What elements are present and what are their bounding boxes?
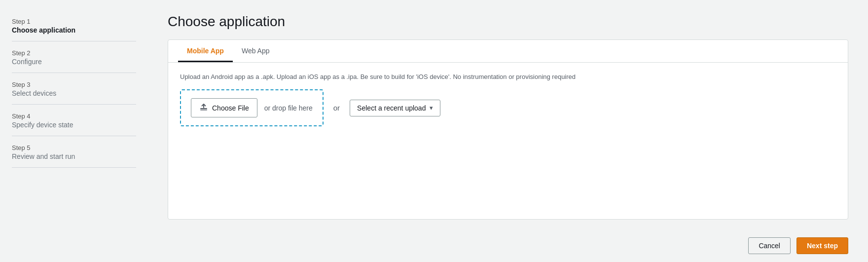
tab-web-app[interactable]: Web App [233,40,279,62]
step-number-4: Step 4 [12,112,136,120]
sidebar-step-3[interactable]: Step 3Select devices [12,73,136,105]
upload-area: Choose File or drop file here or Select … [180,89,836,126]
cancel-button[interactable]: Cancel [748,237,791,254]
sidebar: Step 1Choose applicationStep 2ConfigureS… [0,0,148,262]
next-step-button[interactable]: Next step [796,237,848,254]
step-label-5: Review and start run [12,152,136,160]
sidebar-step-2[interactable]: Step 2Configure [12,41,136,73]
step-label-1: Choose application [12,26,136,34]
footer: Cancel Next step [148,229,868,262]
tab-bar: Mobile App Web App [168,40,848,63]
content-card: Mobile App Web App Upload an Android app… [168,39,848,220]
step-label-3: Select devices [12,89,136,97]
main-content: Choose application Mobile App Web App Up… [148,0,868,229]
card-body: Upload an Android app as a .apk. Upload … [168,63,848,219]
dropdown-arrow-icon: ▾ [430,104,433,112]
or-separator: or [333,104,340,112]
step-number-2: Step 2 [12,49,136,57]
upload-description: Upload an Android app as a .apk. Upload … [180,73,836,81]
page-title: Choose application [168,14,848,30]
drop-file-text: or drop file here [264,104,313,112]
sidebar-step-4[interactable]: Step 4Specify device state [12,105,136,136]
step-number-3: Step 3 [12,81,136,88]
svg-rect-0 [200,108,207,109]
sidebar-step-5[interactable]: Step 5Review and start run [12,136,136,168]
sidebar-step-1[interactable]: Step 1Choose application [12,14,136,41]
recent-upload-dropdown[interactable]: Select a recent upload ▾ [350,100,440,116]
step-number-5: Step 5 [12,144,136,151]
drop-zone[interactable]: Choose File or drop file here [180,89,324,126]
step-label-2: Configure [12,58,136,66]
tab-mobile-app[interactable]: Mobile App [178,40,233,62]
choose-file-button[interactable]: Choose File [191,98,257,117]
step-label-4: Specify device state [12,121,136,129]
upload-icon [199,103,208,113]
choose-file-label: Choose File [212,104,249,112]
recent-upload-label: Select a recent upload [357,104,426,112]
svg-rect-2 [200,110,207,111]
step-number-1: Step 1 [12,18,136,25]
